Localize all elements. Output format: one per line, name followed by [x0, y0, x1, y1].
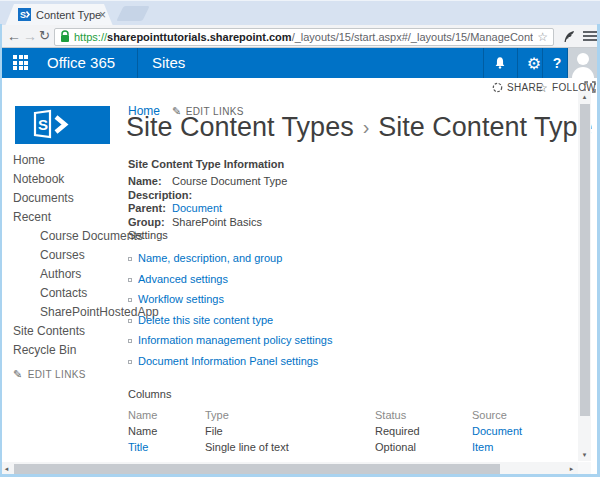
table-cell-name: Name	[128, 425, 205, 437]
url-scheme: https://	[74, 31, 107, 43]
info-value-name: Course Document Type	[172, 175, 287, 189]
office365-brand[interactable]: Office 365	[47, 48, 115, 78]
sites-nav-link[interactable]: Sites	[152, 48, 185, 78]
suitebar-divider	[137, 48, 138, 78]
browser-tab-bar: S Content Type ×	[0, 0, 600, 25]
title-part2: Site Content Type	[378, 112, 592, 142]
content-type-info-section: Site Content Type Information Name: Cour…	[128, 158, 287, 229]
settings-link-delete[interactable]: Delete this site content type	[138, 314, 273, 326]
bullet-icon	[128, 360, 132, 364]
vertical-scrollbar[interactable]: ▴ ▾	[578, 91, 591, 461]
column-header-source: Source	[472, 409, 580, 421]
url-host: sharepointtutorials.sharepoint.com	[107, 31, 292, 43]
sidebar-item-sharepointhostedapp[interactable]: SharePointHostedApp	[13, 305, 125, 324]
sidebar-item-documents[interactable]: Documents	[13, 191, 125, 210]
url-path: /_layouts/15/start.aspx#/_layouts/15/Man…	[292, 31, 534, 43]
info-value-group: SharePoint Basics	[172, 216, 287, 230]
sidebar-item-contacts[interactable]: Contacts	[13, 286, 125, 305]
window-border	[0, 24, 2, 477]
table-cell-status: Optional	[375, 441, 472, 453]
sharepoint-site-logo[interactable]: S	[15, 106, 110, 144]
info-label-description: Description:	[128, 189, 172, 203]
tab-close-icon[interactable]: ×	[99, 8, 106, 22]
bullet-icon	[128, 298, 132, 302]
office365-suite-bar: Office 365 Sites ⚙ ?	[0, 48, 600, 78]
edit-links-label: EDIT LINKS	[28, 369, 86, 380]
page-title: Site Content Types›Site Content Type	[126, 112, 592, 143]
settings-link-information-policy[interactable]: Information management policy settings	[138, 334, 332, 346]
new-tab-button[interactable]	[116, 6, 149, 21]
browser-tab[interactable]: S Content Type ×	[5, 4, 113, 26]
bullet-icon	[128, 339, 132, 343]
table-cell-source-link[interactable]: Document	[472, 425, 580, 437]
sidebar-item-site-contents[interactable]: Site Contents	[13, 324, 125, 343]
columns-section: Columns Name Type Status Source Name Fil…	[128, 388, 580, 473]
user-avatar[interactable]	[568, 48, 598, 78]
column-header-type: Type	[205, 409, 375, 421]
columns-table: Name Type Status Source Name File Requir…	[128, 409, 580, 453]
scroll-down-icon[interactable]: ▾	[578, 449, 591, 461]
table-cell-name-link[interactable]: Title	[128, 441, 205, 453]
pencil-icon: ✎	[13, 368, 23, 380]
svg-text:S: S	[20, 10, 26, 20]
settings-link-advanced[interactable]: Advanced settings	[138, 273, 228, 285]
bullet-icon	[128, 257, 132, 261]
table-cell-status: Required	[375, 425, 472, 437]
tab-title: Content Type	[36, 9, 101, 21]
refresh-icon[interactable]: ↻	[39, 28, 50, 44]
forward-icon[interactable]: →	[23, 28, 37, 44]
vertical-scrollbar-thumb[interactable]	[580, 104, 590, 416]
info-value-parent-link[interactable]: Document	[172, 202, 287, 216]
sidebar-item-notebook[interactable]: Notebook	[13, 172, 125, 191]
sidebar-item-recycle-bin[interactable]: Recycle Bin	[13, 343, 125, 362]
quick-launch-nav: Home Notebook Documents Recent Course Do…	[13, 153, 125, 362]
back-icon[interactable]: ←	[7, 28, 21, 44]
table-cell-source-link[interactable]: Item	[472, 441, 580, 453]
bullet-icon	[128, 278, 132, 282]
bookmark-star-icon[interactable]: ☆	[537, 30, 548, 44]
share-icon	[492, 82, 503, 93]
extension-feather-icon[interactable]	[563, 30, 575, 44]
svg-text:S: S	[38, 116, 48, 133]
share-button[interactable]: SHARE	[492, 82, 543, 93]
settings-link-row: Workflow settings	[128, 293, 332, 314]
sidebar-item-home[interactable]: Home	[13, 153, 125, 172]
sidebar-item-authors[interactable]: Authors	[13, 267, 125, 286]
table-cell-type: File	[205, 425, 375, 437]
bullet-icon	[128, 319, 132, 323]
app-launcher-icon[interactable]	[13, 55, 30, 71]
columns-heading: Columns	[128, 388, 580, 400]
browser-toolbar: ← → ↻ https://sharepointtutorials.sharep…	[0, 25, 600, 48]
address-bar[interactable]: https://sharepointtutorials.sharepoint.c…	[54, 28, 554, 46]
settings-heading: Settings	[128, 229, 332, 241]
sidebar-item-recent[interactable]: Recent	[13, 210, 125, 229]
breadcrumb-separator-icon: ›	[363, 116, 370, 138]
scroll-up-icon[interactable]: ▴	[578, 91, 591, 103]
sharepoint-favicon-icon: S	[18, 8, 31, 21]
settings-link-name-description-group[interactable]: Name, description, and group	[138, 252, 282, 264]
edit-links-sidebar[interactable]: ✎EDIT LINKS	[13, 368, 86, 381]
sidebar-item-course-documents[interactable]: Course Documents	[13, 229, 125, 248]
notifications-bell-icon[interactable]	[483, 48, 517, 78]
info-value-description	[172, 189, 287, 203]
follow-star-icon: ☆	[537, 83, 548, 93]
page-action-bar: SHARE ☆ FOLLOW	[0, 78, 600, 98]
horizontal-scrollbar-thumb[interactable]	[14, 464, 500, 474]
url-text: https://sharepointtutorials.sharepoint.c…	[74, 31, 533, 43]
table-cell-type: Single line of text	[205, 441, 375, 453]
info-label-parent: Parent:	[128, 202, 172, 216]
settings-link-row: Delete this site content type	[128, 314, 332, 335]
title-part1[interactable]: Site Content Types	[126, 112, 354, 142]
column-header-status: Status	[375, 409, 472, 421]
settings-link-row: Document Information Panel settings	[128, 355, 332, 376]
settings-link-document-information-panel[interactable]: Document Information Panel settings	[138, 355, 318, 367]
secure-lock-icon	[60, 30, 70, 43]
settings-link-row: Name, description, and group	[128, 252, 332, 273]
settings-link-workflow[interactable]: Workflow settings	[138, 293, 224, 305]
info-label-name: Name:	[128, 175, 172, 189]
sidebar-item-courses[interactable]: Courses	[13, 248, 125, 267]
info-heading: Site Content Type Information	[128, 158, 287, 170]
browser-menu-icon[interactable]	[583, 31, 597, 43]
settings-link-row: Information management policy settings	[128, 334, 332, 355]
browser-window: S Content Type × ← → ↻ https://sharepoin…	[0, 0, 600, 477]
